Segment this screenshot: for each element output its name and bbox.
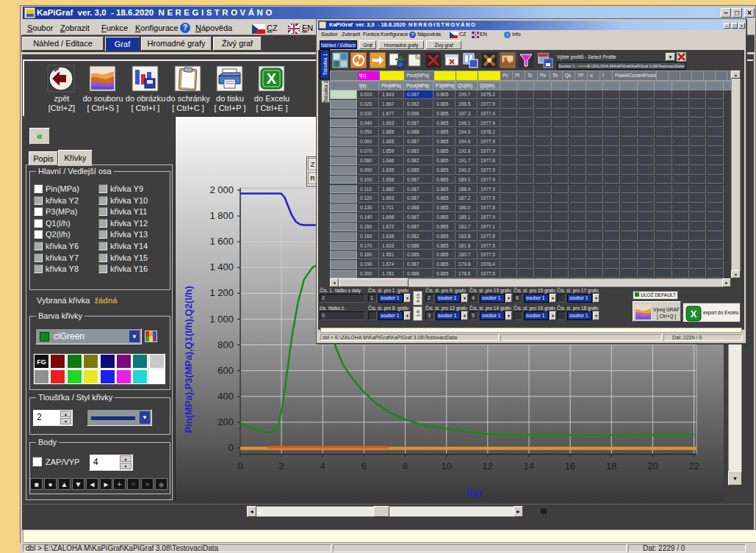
- svg-text:16: 16: [565, 460, 575, 471]
- svg-text:10: 10: [441, 460, 451, 471]
- svg-text:4: 4: [320, 460, 325, 471]
- svg-text:12: 12: [483, 460, 493, 471]
- svg-text:0: 0: [237, 460, 242, 471]
- svg-text:X: X: [267, 71, 277, 87]
- svg-text:800: 800: [217, 339, 234, 350]
- svg-text:600: 600: [217, 365, 234, 376]
- svg-text:8: 8: [403, 460, 408, 471]
- svg-text:1 600: 1 600: [209, 236, 234, 247]
- svg-text:1 200: 1 200: [209, 287, 234, 298]
- svg-text:X: X: [691, 308, 697, 319]
- svg-text:14: 14: [524, 460, 534, 471]
- svg-text:6: 6: [361, 460, 367, 471]
- svg-text:1 400: 1 400: [209, 261, 234, 272]
- svg-text:2: 2: [278, 460, 284, 471]
- svg-text:20: 20: [647, 460, 658, 471]
- svg-text:2 000: 2 000: [209, 184, 234, 195]
- svg-text:1 800: 1 800: [209, 210, 234, 221]
- svg-text:1 000: 1 000: [209, 314, 234, 325]
- svg-text:200: 200: [217, 416, 234, 427]
- svg-text:0: 0: [228, 442, 234, 453]
- svg-text:22: 22: [688, 460, 699, 471]
- svg-text:18: 18: [606, 460, 616, 471]
- svg-text:400: 400: [217, 391, 234, 402]
